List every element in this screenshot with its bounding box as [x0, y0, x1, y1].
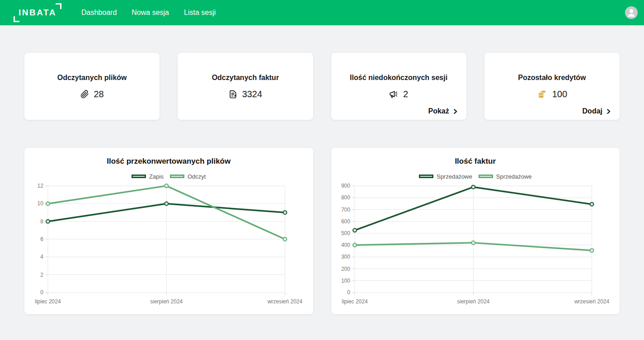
card-pozostale-kredyty: Pozostało kredytów 100 Dodaj	[484, 53, 620, 120]
chart-legend: ZapisOdczyt	[24, 172, 313, 180]
svg-text:100: 100	[341, 278, 350, 284]
card-value: 2	[403, 89, 408, 99]
card-odczytanych-plikow: Odczytanych plików 28	[24, 53, 160, 120]
person-icon	[625, 6, 638, 19]
svg-text:600: 600	[341, 218, 350, 225]
svg-text:900: 900	[341, 183, 350, 189]
add-credits-link[interactable]: Dodaj	[583, 107, 611, 115]
svg-text:500: 500	[341, 230, 350, 236]
chart-legend: SprzedażoweSprzedażowe	[331, 172, 620, 180]
card-value: 100	[552, 89, 567, 99]
svg-text:2: 2	[40, 272, 43, 278]
legend-label: Zapis	[149, 173, 164, 180]
stat-cards-row: Odczytanych plików 28 Odczytanych faktur	[24, 53, 620, 120]
card-title: Pozostało kredytów	[518, 74, 586, 82]
svg-text:lipiec 2024: lipiec 2024	[342, 298, 368, 305]
svg-text:200: 200	[341, 266, 350, 272]
card-value-row: 100	[537, 89, 567, 99]
legend-swatch	[132, 175, 146, 178]
svg-text:lipiec 2024: lipiec 2024	[35, 298, 61, 305]
svg-text:wrzesień 2024: wrzesień 2024	[573, 298, 609, 305]
card-odczytanych-faktur: Odczytanych faktur 3324	[178, 53, 313, 120]
legend-label: Sprzedażowe	[496, 173, 532, 180]
chevron-right-icon	[606, 109, 611, 114]
legend-item: Sprzedażowe	[479, 173, 532, 180]
chart-title: Ilość faktur	[331, 157, 620, 166]
card-title: Odczytanych plików	[57, 74, 127, 82]
nav-item-dashboard[interactable]: Dashboard	[81, 9, 117, 17]
card-value: 28	[94, 89, 104, 99]
card-title: Ilość niedokończonych sesji	[350, 74, 447, 82]
svg-text:800: 800	[341, 194, 350, 201]
card-niedokonczone-sesje: Ilość niedokończonych sesji 2 Pokaż	[331, 53, 466, 120]
line-chart: 0100200300400500600700800900lipiec 2024s…	[331, 181, 620, 314]
show-sessions-link[interactable]: Pokaż	[428, 107, 458, 115]
megaphone-icon	[389, 90, 398, 99]
legend-swatch	[419, 175, 433, 178]
svg-text:0: 0	[40, 289, 43, 296]
svg-text:8: 8	[40, 218, 43, 225]
card-value-row: 2	[389, 89, 408, 99]
card-value-row: 28	[80, 89, 104, 99]
main-nav: Dashboard Nowa sesja Lista sesji	[81, 9, 216, 17]
legend-swatch	[479, 175, 493, 178]
add-credits-label: Dodaj	[583, 107, 602, 115]
chevron-right-icon	[452, 109, 458, 114]
chart-converted-files: Ilość przekonwertowanych plików ZapisOdc…	[24, 148, 313, 314]
chart-title: Ilość przekonwertowanych plików	[24, 157, 313, 166]
app-header: INBATA Dashboard Nowa sesja Lista sesji	[0, 0, 644, 25]
svg-text:sierpień 2024: sierpień 2024	[150, 298, 183, 305]
legend-label: Odczyt	[188, 173, 206, 180]
nav-item-lista-sesji[interactable]: Lista sesji	[184, 9, 216, 17]
card-title: Odczytanych faktur	[212, 74, 279, 82]
charts-row: Ilość przekonwertowanych plików ZapisOdc…	[24, 148, 620, 314]
svg-text:700: 700	[341, 207, 350, 213]
legend-item: Zapis	[132, 173, 164, 180]
logo[interactable]: INBATA	[14, 3, 61, 22]
user-avatar[interactable]	[625, 6, 638, 19]
nav-item-nowa-sesja[interactable]: Nowa sesja	[132, 9, 169, 17]
main-content: Odczytanych plików 28 Odczytanych faktur	[0, 25, 644, 314]
legend-item: Odczyt	[170, 173, 206, 180]
logo-bracket-top-right	[56, 3, 61, 9]
legend-swatch	[170, 175, 184, 178]
svg-text:300: 300	[341, 254, 350, 260]
svg-text:6: 6	[40, 236, 43, 242]
document-icon	[229, 90, 237, 99]
svg-text:4: 4	[40, 254, 43, 260]
logo-text: INBATA	[17, 8, 58, 18]
card-value-row: 3324	[229, 89, 263, 99]
svg-text:10: 10	[38, 200, 44, 207]
chart-invoices: Ilość faktur SprzedażoweSprzedażowe 0100…	[331, 148, 620, 314]
svg-text:sierpień 2024: sierpień 2024	[457, 298, 489, 305]
paperclip-icon	[80, 90, 89, 99]
svg-text:400: 400	[341, 242, 350, 248]
legend-item: Sprzedażowe	[419, 173, 472, 180]
svg-text:12: 12	[38, 183, 44, 189]
svg-text:wrzesień 2024: wrzesień 2024	[267, 298, 303, 305]
svg-text:0: 0	[347, 289, 350, 296]
coins-icon	[537, 89, 547, 99]
line-chart: 024681012lipiec 2024sierpień 2024wrzesie…	[24, 181, 313, 314]
legend-label: Sprzedażowe	[437, 173, 472, 180]
card-value: 3324	[242, 89, 263, 99]
logo-bracket-bottom-left	[14, 16, 19, 22]
show-sessions-label: Pokaż	[428, 107, 449, 115]
